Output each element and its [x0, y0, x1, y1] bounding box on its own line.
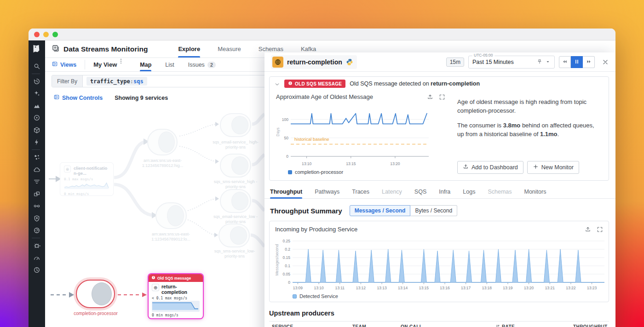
- sidebar-icon-events[interactable]: [32, 137, 42, 147]
- panel-content: OLD SQS MESSAGE Old SQS message detected…: [264, 72, 615, 327]
- views-label: Views: [60, 62, 76, 68]
- time-window-badge[interactable]: 15m: [446, 57, 464, 67]
- tab-label: Traces: [352, 189, 369, 195]
- view-tab-issues[interactable]: Issues2: [188, 58, 216, 71]
- expand-icon[interactable]: [597, 226, 603, 233]
- sidebar-icon-integrations[interactable]: [32, 125, 42, 135]
- add-to-dashboard-button[interactable]: Add to Dashboard: [457, 161, 523, 174]
- sidebar-icon-cloud[interactable]: [32, 165, 42, 175]
- panel-tab-traces[interactable]: Traces: [352, 185, 369, 198]
- service-chip[interactable]: return-completion: [271, 55, 357, 69]
- incoming-by-producing-service-chart[interactable]: 00.050.10.150.20.2513:0913:1013:1113:121…: [274, 234, 604, 293]
- rewind-button[interactable]: [559, 56, 571, 68]
- export-icon[interactable]: [585, 226, 591, 233]
- legend-label: completion-processor: [295, 169, 343, 175]
- alert-summary-2: The consumer is 3.8mo behind on affected…: [457, 121, 601, 139]
- panel-tab-infra[interactable]: Infra: [439, 185, 450, 198]
- column-header-rate[interactable]: RATE: [495, 324, 573, 327]
- minimize-window-button[interactable]: [43, 32, 49, 37]
- column-header-on-call[interactable]: ON CALL: [401, 324, 495, 327]
- toggle-messages-second[interactable]: Messages / Second: [350, 205, 411, 216]
- panel-tab-logs[interactable]: Logs: [463, 185, 475, 198]
- sidebar-icon-logs[interactable]: [32, 177, 42, 187]
- tab-explore[interactable]: Explore: [178, 40, 200, 57]
- column-header-service[interactable]: SERVICE: [272, 324, 352, 327]
- svg-text:13:11: 13:11: [335, 286, 345, 290]
- zoom-window-button[interactable]: [52, 32, 58, 37]
- sidebar-icon-performance[interactable]: [32, 253, 42, 263]
- column-header-throughput[interactable]: THROUGHPUT: [573, 324, 608, 327]
- close-window-button[interactable]: [34, 32, 40, 37]
- tab-label: List: [165, 62, 174, 68]
- panel-tab-schemas[interactable]: Schemas: [488, 185, 512, 198]
- toggle-bytes-second[interactable]: Bytes / Second: [410, 205, 457, 216]
- panel-tab-latency[interactable]: Latency: [382, 185, 402, 198]
- sidebar-icon-bug[interactable]: [32, 241, 42, 251]
- panel-header: return-completion 15m UTC-05:00 Past 15 …: [264, 52, 615, 72]
- time-range-selector[interactable]: UTC-05:00 Past 15 Minutes: [468, 56, 555, 69]
- globe-service-icon: [272, 57, 283, 68]
- tab-measure[interactable]: Measure: [218, 40, 241, 57]
- svg-text:13:20: 13:20: [390, 161, 400, 166]
- sidebar-icon-search[interactable]: [32, 61, 42, 71]
- sidebar-icon-apm[interactable]: [32, 201, 42, 211]
- sidebar-icon-watchdog[interactable]: [32, 113, 42, 123]
- pin-icon[interactable]: [537, 58, 542, 66]
- pause-button[interactable]: [571, 56, 583, 68]
- sidebar-icon-security[interactable]: [32, 213, 42, 224]
- sidebar-icon-service-map[interactable]: [32, 152, 42, 162]
- close-panel-icon[interactable]: [602, 58, 609, 66]
- views-button[interactable]: Views: [52, 58, 76, 71]
- kebab-menu-icon[interactable]: [118, 58, 124, 64]
- panel-tab-monitors[interactable]: Monitors: [524, 185, 546, 198]
- svg-text:13:13: 13:13: [377, 286, 387, 290]
- time-range-label: Past 15 Minutes: [472, 59, 514, 65]
- popup-title: Old SQS message: [157, 276, 191, 281]
- filter-token-colon: :: [130, 78, 133, 85]
- sidebar-icon-metrics[interactable]: [32, 101, 42, 111]
- pause-icon: [574, 58, 580, 66]
- forward-button[interactable]: [583, 56, 595, 68]
- rail-divider: [32, 149, 40, 150]
- expand-icon[interactable]: [439, 94, 445, 100]
- svg-text:0.25: 0.25: [282, 239, 290, 243]
- app-window: Data Streams Monitoring ExploreMeasureSc…: [29, 29, 615, 327]
- column-label: SERVICE: [272, 324, 293, 327]
- panel-tab-throughput[interactable]: Throughput: [270, 185, 302, 198]
- view-tab-list[interactable]: List: [165, 58, 174, 71]
- svg-text:13:15: 13:15: [419, 286, 429, 290]
- my-view-selector[interactable]: My View: [93, 58, 117, 71]
- caret-down-icon[interactable]: [545, 58, 551, 66]
- sidebar-icon-ai-assistant[interactable]: [32, 88, 42, 98]
- sidebar-icon-profiling[interactable]: [32, 265, 42, 275]
- panel-tab-pathways[interactable]: Pathways: [315, 185, 339, 198]
- svg-text:0.2: 0.2: [285, 247, 290, 252]
- new-monitor-button[interactable]: New Monitor: [527, 161, 579, 174]
- svg-text:13:23: 13:23: [587, 286, 597, 290]
- sidebar-icon-dashboards[interactable]: [32, 189, 42, 199]
- sidebar-icon-history[interactable]: [32, 76, 42, 86]
- export-icon[interactable]: [427, 94, 433, 100]
- chevron-down-icon[interactable]: [274, 81, 280, 87]
- column-header-team[interactable]: TEAM: [352, 324, 401, 327]
- filter-by-label: Filter By: [52, 75, 83, 87]
- sidebar-icon-synthetics[interactable]: [32, 225, 42, 235]
- view-tab-map[interactable]: Map: [140, 58, 151, 71]
- datadog-logo-icon[interactable]: [31, 43, 42, 54]
- filter-token[interactable]: traffic_type:sqs: [86, 77, 147, 86]
- filter-token-value: sqs: [133, 78, 144, 85]
- map-node-completion-processor[interactable]: [76, 280, 115, 308]
- tab-label: Pathways: [315, 189, 339, 195]
- old-sqs-message-popup[interactable]: Old SQS message ⊕ return-completion < 0.…: [149, 274, 203, 318]
- panel-tab-sqs[interactable]: SQS: [414, 185, 426, 198]
- issues-count-badge: 2: [207, 62, 216, 68]
- svg-text:0: 0: [288, 280, 290, 285]
- svg-text:50: 50: [284, 136, 289, 140]
- svg-text:0: 0: [286, 154, 288, 159]
- svg-text:13:18: 13:18: [482, 286, 492, 290]
- age-of-oldest-message-chart[interactable]: 05010013:1013:1513:20historical baseline…: [275, 101, 446, 168]
- svg-text:Messages/second: Messages/second: [275, 244, 279, 275]
- alert-message: Old SQS message detected on return-compl…: [350, 80, 480, 87]
- views-panel-icon: [52, 61, 58, 69]
- alert-badge: OLD SQS MESSAGE: [284, 80, 345, 88]
